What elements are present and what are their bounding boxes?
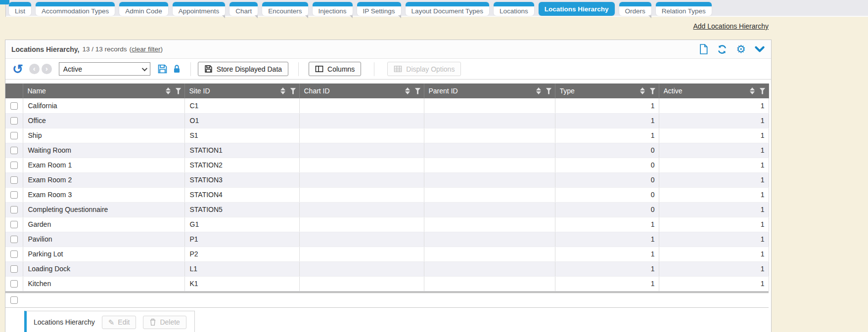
delete-label: Delete [160, 318, 180, 326]
filter-funnel-icon[interactable] [546, 88, 552, 94]
columns-button[interactable]: Columns [309, 62, 361, 76]
filter-funnel-icon[interactable] [415, 88, 421, 94]
gear-icon[interactable]: ⚙ [735, 44, 746, 55]
sort-icon[interactable] [280, 87, 285, 94]
row-checkbox[interactable] [10, 250, 18, 258]
cell-chart-id [299, 187, 424, 202]
tab-accommodation-types[interactable]: Accommodation Types [36, 2, 115, 16]
table-row[interactable]: CaliforniaC111 [5, 98, 769, 113]
row-checkbox-cell [5, 276, 23, 291]
tab-top-bar [119, 2, 168, 6]
table-row[interactable]: Parking LotP211 [5, 247, 769, 261]
save-filter-icon[interactable] [157, 64, 168, 74]
sort-icon[interactable] [405, 87, 410, 94]
table-row[interactable]: Exam Room 3STATION401 [5, 187, 769, 202]
footer-tab-box: Locations Hierarchy ✎ Edit Delete [24, 311, 195, 332]
cell-site-id: P2 [184, 247, 299, 261]
table-body: CaliforniaC111 OfficeO111 ShipS111 Waiti… [5, 98, 769, 291]
filter-funnel-icon[interactable] [650, 88, 656, 94]
cell-chart-id [299, 143, 424, 158]
cell-type: 1 [555, 261, 659, 276]
status-filter-select[interactable]: Active [59, 62, 150, 76]
column-header-name[interactable]: Name [23, 83, 184, 98]
column-header-type[interactable]: Type [555, 83, 659, 98]
cell-parent-id [424, 261, 555, 276]
row-checkbox[interactable] [10, 280, 18, 288]
tab-locations-hierarchy[interactable]: Locations Hierarchy [539, 2, 615, 16]
previous-page-button: ‹ [29, 64, 40, 74]
row-checkbox[interactable] [10, 236, 18, 243]
undo-icon[interactable]: ↺ [12, 64, 23, 75]
tab-chart[interactable]: Chart [229, 2, 258, 16]
tab-appointments[interactable]: Appointments [173, 2, 226, 16]
table-row[interactable]: Completing QuestionnaireSTATION501 [5, 202, 769, 217]
cell-name: Exam Room 1 [23, 158, 184, 172]
row-checkbox[interactable] [10, 147, 18, 154]
cell-parent-id [424, 247, 555, 261]
column-header-active[interactable]: Active [659, 83, 769, 98]
tab-layout-document-types[interactable]: Layout Document Types [406, 2, 489, 16]
cell-chart-id [299, 217, 424, 232]
row-checkbox[interactable] [10, 132, 18, 139]
sort-icon[interactable] [640, 87, 645, 94]
footer-checkbox[interactable] [10, 296, 18, 304]
column-header-parent-id[interactable]: Parent ID [424, 83, 555, 98]
filter-funnel-icon[interactable] [290, 88, 296, 94]
table-row[interactable]: Exam Room 2STATION301 [5, 172, 769, 187]
grid-toolbar: ↺ ‹ › Active Store Displayed Data Column… [5, 59, 771, 80]
table-row[interactable]: GardenG111 [5, 217, 769, 232]
row-checkbox[interactable] [10, 162, 18, 169]
tab-locations[interactable]: Locations [494, 2, 534, 16]
clear-filter-link[interactable]: clear filter [132, 45, 161, 53]
row-checkbox-cell [5, 172, 23, 187]
next-page-button: › [42, 64, 52, 74]
row-checkbox[interactable] [10, 206, 18, 213]
tab-orders[interactable]: Orders [619, 2, 651, 16]
column-header-label: Chart ID [304, 87, 405, 95]
tab-label: Relation Types [656, 6, 712, 16]
table-row[interactable]: KitchenK111 [5, 276, 769, 291]
tab-encounters[interactable]: Encounters [262, 2, 308, 16]
filter-funnel-icon[interactable] [176, 88, 182, 94]
column-header-site-id[interactable]: Site ID [184, 83, 299, 98]
tab-admin-code[interactable]: Admin Code [119, 2, 168, 16]
store-displayed-data-button[interactable]: Store Displayed Data [198, 62, 288, 76]
table-row[interactable]: Exam Room 1STATION201 [5, 158, 769, 172]
panel-header-icons: ⚙ [698, 44, 765, 55]
row-checkbox[interactable] [10, 176, 18, 184]
add-locations-hierarchy-link[interactable]: Add Locations Hierarchy [693, 22, 769, 30]
cell-name: California [23, 98, 184, 113]
table-row[interactable]: OfficeO111 [5, 113, 769, 128]
table-row[interactable]: ShipS111 [5, 128, 769, 143]
table-row[interactable]: PavilionP111 [5, 232, 769, 247]
cell-chart-id [299, 276, 424, 291]
sort-icon[interactable] [166, 87, 171, 94]
tab-relation-types[interactable]: Relation Types [656, 2, 712, 16]
row-checkbox[interactable] [10, 221, 18, 228]
row-checkbox[interactable] [10, 117, 18, 124]
filter-funnel-icon[interactable] [760, 88, 766, 94]
new-document-icon[interactable] [698, 44, 709, 55]
cell-parent-id [424, 187, 555, 202]
tab-label: Locations Hierarchy [539, 2, 615, 16]
select-all-header-cell[interactable] [5, 83, 23, 98]
tab-injections[interactable]: Injections [313, 2, 353, 16]
row-checkbox-cell [5, 232, 23, 247]
add-link-row: Add Locations Hierarchy [5, 22, 772, 31]
column-header-chart-id[interactable]: Chart ID [299, 83, 424, 98]
row-checkbox[interactable] [10, 102, 18, 110]
row-checkbox[interactable] [10, 265, 18, 273]
tab-top-bar [619, 2, 651, 6]
tab-top-bar [9, 2, 31, 6]
lock-icon[interactable] [172, 64, 182, 74]
row-checkbox[interactable] [10, 191, 18, 199]
sort-icon[interactable] [750, 87, 755, 94]
chevron-down-icon[interactable] [754, 44, 765, 55]
table-row[interactable]: Waiting RoomSTATION101 [5, 143, 769, 158]
table-row[interactable]: Loading DockL111 [5, 261, 769, 276]
row-checkbox-cell [5, 113, 23, 128]
tab-list[interactable]: List [9, 2, 31, 16]
sort-icon[interactable] [536, 87, 541, 94]
tab-ip-settings[interactable]: IP Settings [357, 2, 401, 16]
refresh-icon[interactable] [717, 44, 728, 55]
